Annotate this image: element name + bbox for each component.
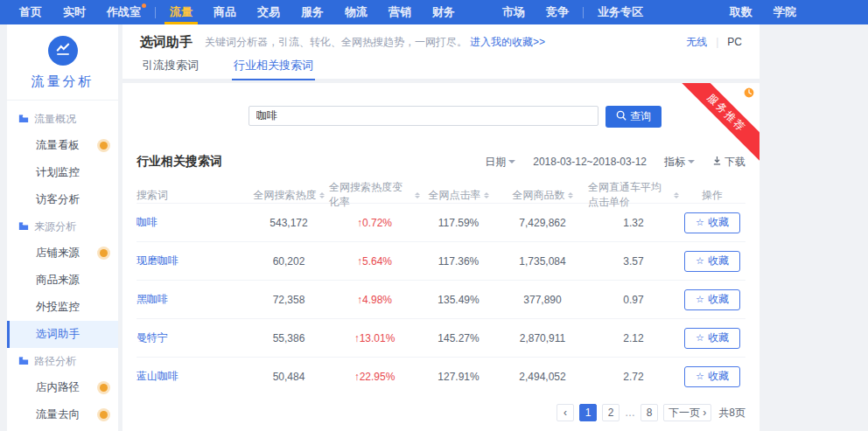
chevron-down-icon: [508, 160, 515, 167]
nav-item-logistics[interactable]: 物流: [345, 0, 368, 24]
collect-label: 收藏: [708, 369, 729, 384]
nav-item-marketing[interactable]: 营销: [388, 0, 411, 24]
page-8-button[interactable]: 8: [640, 404, 658, 421]
nav-item-traffic[interactable]: 流量: [170, 0, 192, 24]
promo-badge-icon: [97, 381, 110, 394]
sidebar-item-plan-monitor[interactable]: 计划监控: [7, 159, 118, 186]
item-label: 店铺来源: [36, 246, 80, 261]
prev-page-button[interactable]: ‹: [556, 404, 574, 421]
date-type-dropdown[interactable]: 日期: [485, 155, 515, 170]
tab-bar: 引流搜索词 行业相关搜索词: [122, 54, 760, 80]
tab-inbound-search-words[interactable]: 引流搜索词: [140, 54, 200, 80]
heat-value: 50,484: [248, 371, 329, 383]
page-2-button[interactable]: 2: [602, 404, 620, 421]
pagination: ‹ 1 2 … 8 下一页 › 共8页: [136, 404, 746, 421]
sidebar-section-source-analysis: 来源分析: [7, 213, 118, 240]
keyword-link[interactable]: 咖啡: [136, 215, 248, 230]
nav-item-business-zone[interactable]: 业务专区: [598, 0, 643, 24]
col-search-heat: 全网搜索热度: [248, 188, 329, 203]
products-value: 2,494,052: [497, 371, 588, 383]
item-label: 流量去向: [36, 407, 80, 422]
nav-divider: [583, 7, 584, 18]
collect-label: 收藏: [708, 330, 729, 345]
clock-icon: [743, 87, 755, 102]
search-button[interactable]: 查询: [606, 106, 662, 128]
nav-item-service[interactable]: 服务: [301, 0, 324, 24]
collect-button[interactable]: ☆收藏: [684, 251, 740, 272]
cpc-value: 1.32: [588, 217, 679, 229]
item-label: 商品来源: [36, 273, 80, 288]
collect-button[interactable]: ☆收藏: [684, 328, 740, 349]
sort-icon[interactable]: [319, 190, 325, 201]
sidebar-item-instore-path[interactable]: 店内路径: [7, 374, 118, 401]
sort-icon[interactable]: [568, 190, 573, 201]
nav-divider: [155, 7, 156, 18]
table-section-header: 行业相关搜索词 日期 2018-03-12~2018-03-12 指标 下载: [136, 154, 746, 170]
sidebar-item-external-monitor[interactable]: 外投监控: [7, 294, 118, 321]
sidebar-section-path-analysis: 路径分析: [7, 348, 118, 374]
products-value: 1,735,084: [497, 255, 588, 268]
sort-icon[interactable]: [484, 190, 489, 201]
page-1-button[interactable]: 1: [579, 404, 597, 421]
col-products: 全网商品数: [497, 188, 588, 203]
tab-industry-related-search-words[interactable]: 行业相关搜索词: [232, 54, 315, 80]
collect-label: 收藏: [708, 292, 729, 307]
nav-item-trade[interactable]: 交易: [257, 0, 280, 24]
new-dot-icon: [142, 3, 146, 8]
folder-icon: [18, 221, 29, 233]
collect-button[interactable]: ☆收藏: [684, 366, 740, 387]
collect-button[interactable]: ☆收藏: [684, 289, 740, 310]
keyword-link[interactable]: 蓝山咖啡: [136, 369, 248, 384]
keywords-table: 搜索词 全网搜索热度 全网搜索热度变化率 全网点击率 全网商品数 全网直通车平均…: [136, 180, 746, 395]
sidebar-item-goods-source[interactable]: 商品来源: [7, 267, 118, 294]
sidebar-item-visitor-analysis[interactable]: 访客分析: [7, 186, 118, 213]
keyword-search-input[interactable]: [248, 106, 598, 126]
nav-item-home[interactable]: 首页: [19, 0, 42, 24]
nav-item-goods[interactable]: 商品: [214, 0, 236, 24]
sidebar-item-traffic-destination[interactable]: 流量去向: [7, 401, 118, 428]
section-label: 来源分析: [34, 219, 76, 234]
col-heat-change: 全网搜索热度变化率: [329, 180, 420, 210]
col-avg-cpc: 全网直通车平均点击单价: [588, 180, 679, 210]
cpc-value: 2.12: [588, 332, 679, 344]
nav-item-data-extract[interactable]: 取数: [730, 0, 752, 24]
change-value: ↑0.72%: [329, 217, 420, 229]
nav-item-realtime[interactable]: 实时: [63, 0, 86, 24]
nav-item-competition[interactable]: 竞争: [546, 0, 569, 24]
change-value: ↑4.98%: [329, 294, 420, 306]
heat-value: 543,172: [248, 217, 329, 229]
ctr-value: 117.36%: [420, 255, 497, 268]
sidebar-title: 流量分析: [7, 73, 118, 90]
sidebar-menu: 流量概况 流量看板 计划监控 访客分析 来源分析 店铺来源 商品来源 外投监控 …: [7, 101, 118, 431]
star-icon: ☆: [696, 295, 704, 304]
nav-item-warroom[interactable]: 作战室: [107, 0, 141, 24]
keyword-link[interactable]: 黑咖啡: [136, 292, 248, 307]
date-range-picker[interactable]: 2018-03-12~2018-03-12: [533, 156, 647, 168]
star-icon: ☆: [696, 218, 704, 227]
sidebar-item-shop-source[interactable]: 店铺来源: [7, 240, 118, 267]
nav-item-academy[interactable]: 学院: [774, 0, 796, 24]
next-page-button[interactable]: 下一页 ›: [663, 404, 711, 421]
device-pc-option[interactable]: PC: [727, 36, 742, 48]
device-wireless-option[interactable]: 无线: [686, 35, 707, 50]
collect-button[interactable]: ☆收藏: [684, 212, 740, 233]
keyword-link[interactable]: 曼特宁: [136, 330, 248, 345]
my-favorites-link[interactable]: 进入我的收藏>>: [470, 35, 545, 50]
sidebar-item-word-helper[interactable]: 选词助手: [7, 321, 118, 348]
table-row: 黑咖啡 72,358 ↑4.98% 135.49% 377,890 0.97 ☆…: [136, 280, 746, 318]
heat-value: 72,358: [248, 294, 329, 306]
page-title: 选词助手: [140, 34, 192, 51]
section-label: 流量概况: [34, 112, 76, 127]
heat-value: 60,202: [248, 255, 329, 268]
table-header-row: 搜索词 全网搜索热度 全网搜索热度变化率 全网点击率 全网商品数 全网直通车平均…: [136, 180, 746, 203]
section-label: 路径分析: [34, 354, 76, 369]
cpc-value: 3.57: [588, 255, 679, 268]
nav-item-market[interactable]: 市场: [502, 0, 525, 24]
products-value: 377,890: [497, 294, 588, 306]
nav-item-finance[interactable]: 财务: [432, 0, 455, 24]
collect-label: 收藏: [708, 215, 729, 230]
traffic-analysis-logo: [48, 36, 78, 66]
sidebar-item-traffic-board[interactable]: 流量看板: [7, 132, 118, 159]
keyword-link[interactable]: 现磨咖啡: [136, 254, 248, 268]
search-icon: [616, 110, 626, 123]
